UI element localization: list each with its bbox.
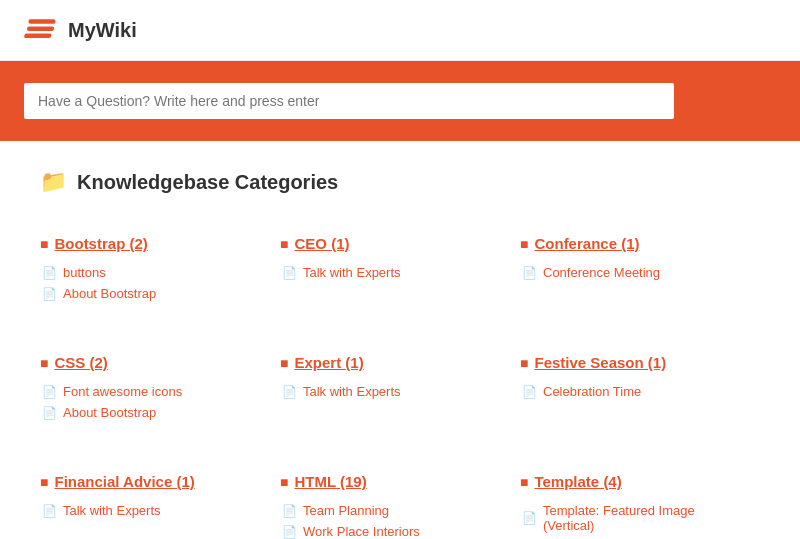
category-block-template: ■Template (4)📄Template: Featured Image (… [520, 457, 760, 539]
article-doc-icon: 📄 [522, 266, 537, 280]
article-link[interactable]: Template: Featured Image (Vertical) [543, 503, 740, 533]
category-block-html: ■HTML (19)📄Team Planning📄Work Place Inte… [280, 457, 520, 539]
category-block-css: ■CSS (2)📄Font awesome icons📄About Bootst… [40, 338, 280, 447]
article-link[interactable]: Talk with Experts [303, 384, 401, 399]
article-item: 📄Talk with Experts [282, 381, 500, 402]
article-doc-icon: 📄 [282, 266, 297, 280]
article-doc-icon: 📄 [42, 266, 57, 280]
article-doc-icon: 📄 [522, 385, 537, 399]
article-doc-icon: 📄 [42, 504, 57, 518]
article-doc-icon: 📄 [522, 511, 537, 525]
article-link[interactable]: Team Planning [303, 503, 389, 518]
category-name-financial[interactable]: Financial Advice (1) [54, 473, 194, 490]
category-block-festive: ■Festive Season (1)📄Celebration Time [520, 338, 760, 447]
category-name-festive[interactable]: Festive Season (1) [534, 354, 666, 371]
category-name-conferance[interactable]: Conferance (1) [534, 235, 639, 252]
article-link[interactable]: buttons [63, 265, 106, 280]
category-title-conferance: ■Conferance (1) [520, 235, 740, 252]
article-item: 📄Font awesome icons [42, 381, 260, 402]
article-link[interactable]: About Bootstrap [63, 405, 156, 420]
article-doc-icon: 📄 [282, 504, 297, 518]
category-folder-icon: ■ [280, 474, 288, 490]
category-title-festive: ■Festive Season (1) [520, 354, 740, 371]
category-block-expert: ■Expert (1)📄Talk with Experts [280, 338, 520, 447]
article-link[interactable]: Work Place Interiors [303, 524, 420, 539]
main-content: 📁 Knowledgebase Categories ■Bootstrap (2… [0, 141, 800, 539]
article-link[interactable]: Talk with Experts [63, 503, 161, 518]
article-link[interactable]: Celebration Time [543, 384, 641, 399]
article-item: 📄Celebration Time [522, 381, 740, 402]
article-doc-icon: 📄 [42, 406, 57, 420]
article-link[interactable]: Talk with Experts [303, 265, 401, 280]
category-name-bootstrap[interactable]: Bootstrap (2) [54, 235, 147, 252]
folder-icon: 📁 [40, 169, 67, 195]
article-item: 📄Work Place Interiors [282, 521, 500, 539]
article-item: 📄Conference Meeting [522, 262, 740, 283]
category-title-ceo: ■CEO (1) [280, 235, 500, 252]
section-heading: Knowledgebase Categories [77, 171, 338, 194]
category-block-ceo: ■CEO (1)📄Talk with Experts [280, 219, 520, 328]
category-folder-icon: ■ [280, 355, 288, 371]
logo-text: MyWiki [68, 19, 137, 42]
article-item: 📄About Bootstrap [42, 283, 260, 304]
article-doc-icon: 📄 [42, 287, 57, 301]
header: MyWiki [0, 0, 800, 61]
category-folder-icon: ■ [520, 474, 528, 490]
category-folder-icon: ■ [40, 474, 48, 490]
section-title: 📁 Knowledgebase Categories [40, 169, 760, 195]
svg-rect-0 [29, 19, 56, 24]
article-link[interactable]: Conference Meeting [543, 265, 660, 280]
category-folder-icon: ■ [40, 355, 48, 371]
article-link[interactable]: About Bootstrap [63, 286, 156, 301]
category-title-bootstrap: ■Bootstrap (2) [40, 235, 260, 252]
search-banner [0, 61, 800, 141]
svg-rect-1 [27, 26, 54, 31]
category-name-expert[interactable]: Expert (1) [294, 354, 363, 371]
category-name-html[interactable]: HTML (19) [294, 473, 366, 490]
article-doc-icon: 📄 [282, 385, 297, 399]
category-title-financial: ■Financial Advice (1) [40, 473, 260, 490]
article-item: 📄Template: Featured Image (Vertical) [522, 500, 740, 536]
category-folder-icon: ■ [280, 236, 288, 252]
logo-area: MyWiki [24, 12, 137, 48]
article-link[interactable]: Font awesome icons [63, 384, 182, 399]
category-name-template[interactable]: Template (4) [534, 473, 621, 490]
article-item: 📄buttons [42, 262, 260, 283]
article-doc-icon: 📄 [282, 525, 297, 539]
categories-grid: ■Bootstrap (2)📄buttons📄About Bootstrap■C… [40, 219, 760, 539]
search-input[interactable] [24, 83, 674, 119]
category-title-css: ■CSS (2) [40, 354, 260, 371]
category-title-expert: ■Expert (1) [280, 354, 500, 371]
article-doc-icon: 📄 [42, 385, 57, 399]
category-block-financial: ■Financial Advice (1)📄Talk with Experts [40, 457, 280, 539]
category-block-bootstrap: ■Bootstrap (2)📄buttons📄About Bootstrap [40, 219, 280, 328]
article-item: 📄Talk with Experts [42, 500, 260, 521]
category-folder-icon: ■ [520, 355, 528, 371]
category-block-conferance: ■Conferance (1)📄Conference Meeting [520, 219, 760, 328]
category-folder-icon: ■ [40, 236, 48, 252]
category-folder-icon: ■ [520, 236, 528, 252]
logo-icon [24, 12, 60, 48]
svg-rect-2 [24, 34, 52, 39]
category-name-css[interactable]: CSS (2) [54, 354, 107, 371]
article-item: 📄Talk with Experts [282, 262, 500, 283]
category-title-html: ■HTML (19) [280, 473, 500, 490]
category-title-template: ■Template (4) [520, 473, 740, 490]
article-item: 📄About Bootstrap [42, 402, 260, 423]
category-name-ceo[interactable]: CEO (1) [294, 235, 349, 252]
article-item: 📄Team Planning [282, 500, 500, 521]
